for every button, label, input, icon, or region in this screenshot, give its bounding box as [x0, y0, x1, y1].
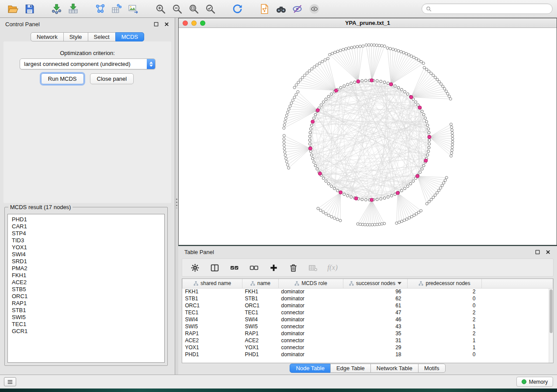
- cell-mcds-role[interactable]: dominator: [279, 330, 343, 337]
- cell-successor-nodes[interactable]: 46: [343, 316, 408, 323]
- cell-predecessor-nodes[interactable]: 0: [408, 351, 482, 358]
- mcds-result-list[interactable]: PHD1CAR1STP4TID3YOX1SWI4SRD1PMA2FKH1ACE2…: [7, 214, 165, 363]
- zoom-out-button[interactable]: [169, 2, 185, 16]
- export-network-button[interactable]: [256, 2, 273, 16]
- close-panel-button[interactable]: Close panel: [90, 73, 134, 84]
- cell-mcds-role[interactable]: connector: [279, 309, 343, 316]
- cell-name[interactable]: ORC1: [242, 302, 279, 309]
- zoom-selected-button[interactable]: [202, 2, 218, 16]
- tab-select[interactable]: Select: [88, 32, 116, 41]
- close-panel-icon[interactable]: [164, 21, 170, 27]
- search-box[interactable]: [422, 3, 553, 14]
- tab-style[interactable]: Style: [63, 32, 88, 41]
- settings-button[interactable]: [189, 262, 201, 273]
- result-node-item[interactable]: ORC1: [12, 293, 160, 300]
- table-scrollbar[interactable]: [549, 289, 553, 363]
- import-table-button[interactable]: [65, 2, 81, 16]
- cell-shared-name[interactable]: FKH1: [183, 288, 242, 295]
- find-button[interactable]: [273, 2, 289, 16]
- new-network-button[interactable]: [92, 2, 108, 16]
- cell-predecessor-nodes[interactable]: 2: [408, 288, 482, 295]
- table-row[interactable]: YOX1YOX1connector291: [183, 344, 553, 351]
- table-row[interactable]: RAP1RAP1dominator352: [183, 330, 553, 337]
- cell-mcds-role[interactable]: dominator: [279, 302, 343, 309]
- cell-name[interactable]: SWI4: [242, 316, 279, 323]
- cell-shared-name[interactable]: ORC1: [183, 302, 242, 309]
- cell-mcds-role[interactable]: dominator: [279, 316, 343, 323]
- float-panel-icon[interactable]: [153, 21, 159, 27]
- table-tab-edge-table[interactable]: Edge Table: [330, 364, 371, 373]
- cell-shared-name[interactable]: SWI4: [183, 316, 242, 323]
- cell-shared-name[interactable]: PHD1: [183, 351, 242, 358]
- result-node-item[interactable]: TID3: [12, 237, 160, 244]
- new-table-button[interactable]: [108, 2, 125, 16]
- result-node-item[interactable]: STB5: [12, 286, 160, 293]
- cell-predecessor-nodes[interactable]: 2: [408, 316, 482, 323]
- cell-name[interactable]: STB1: [242, 295, 279, 302]
- save-session-button[interactable]: [21, 2, 38, 16]
- cell-mcds-role[interactable]: connector: [279, 337, 343, 344]
- cell-name[interactable]: TEC1: [242, 309, 279, 316]
- cell-name[interactable]: FKH1: [242, 288, 279, 295]
- column-header-successor-nodes[interactable]: successor nodes: [343, 279, 408, 288]
- deselect-all-button[interactable]: [248, 262, 259, 273]
- result-node-item[interactable]: GCR1: [12, 328, 160, 335]
- cell-successor-nodes[interactable]: 31: [343, 337, 408, 344]
- cell-predecessor-nodes[interactable]: 1: [408, 344, 482, 351]
- tab-network[interactable]: Network: [31, 32, 64, 41]
- float-table-panel-icon[interactable]: [535, 249, 540, 255]
- table-row[interactable]: PHD1PHD1dominator180: [183, 351, 553, 358]
- optimization-dropdown[interactable]: largest connected component (undirected): [20, 58, 156, 69]
- result-node-item[interactable]: CAR1: [12, 223, 160, 230]
- cell-name[interactable]: YOX1: [242, 344, 279, 351]
- import-network-button[interactable]: [48, 2, 65, 16]
- table-tab-node-table[interactable]: Node Table: [290, 364, 331, 373]
- cell-successor-nodes[interactable]: 47: [343, 309, 408, 316]
- tab-mcds[interactable]: MCDS: [115, 32, 144, 41]
- cell-predecessor-nodes[interactable]: 2: [408, 330, 482, 337]
- delete-row-button[interactable]: [287, 262, 299, 273]
- result-node-item[interactable]: PMA2: [12, 265, 160, 272]
- table-row[interactable]: SWI4SWI4dominator462: [183, 316, 553, 323]
- columns-button[interactable]: [209, 262, 220, 273]
- cell-predecessor-nodes[interactable]: 0: [408, 302, 482, 309]
- cell-mcds-role[interactable]: dominator: [279, 288, 343, 295]
- cell-mcds-role[interactable]: dominator: [279, 351, 343, 358]
- result-node-item[interactable]: SWI4: [12, 251, 160, 258]
- column-header-name[interactable]: name: [242, 279, 279, 288]
- cell-shared-name[interactable]: STB1: [183, 295, 242, 302]
- cell-predecessor-nodes[interactable]: 1: [408, 323, 482, 330]
- cell-successor-nodes[interactable]: 29: [343, 344, 408, 351]
- close-window-button[interactable]: [183, 21, 188, 26]
- result-node-item[interactable]: TEC1: [12, 321, 160, 328]
- memory-button[interactable]: Memory: [516, 377, 553, 387]
- network-canvas[interactable]: [179, 28, 557, 245]
- cell-mcds-role[interactable]: dominator: [279, 295, 343, 302]
- table-scrollbar-thumb[interactable]: [550, 289, 553, 333]
- zoom-in-button[interactable]: [152, 2, 169, 16]
- result-node-item[interactable]: FKH1: [12, 272, 160, 279]
- table-row[interactable]: TEC1TEC1connector472: [183, 309, 553, 316]
- table-tab-network-table[interactable]: Network Table: [370, 364, 419, 373]
- zoom-window-button[interactable]: [200, 21, 205, 26]
- cell-predecessor-nodes[interactable]: 2: [408, 309, 482, 316]
- cell-shared-name[interactable]: RAP1: [183, 330, 242, 337]
- cell-predecessor-nodes[interactable]: 0: [408, 295, 482, 302]
- refresh-layout-button[interactable]: [229, 2, 246, 16]
- result-node-item[interactable]: SWI5: [12, 314, 160, 321]
- cell-name[interactable]: ACE2: [242, 337, 279, 344]
- cell-shared-name[interactable]: TEC1: [183, 309, 242, 316]
- column-header-mcds-role[interactable]: MCDS role: [279, 279, 343, 288]
- result-node-item[interactable]: STP4: [12, 230, 160, 237]
- cell-successor-nodes[interactable]: 61: [343, 302, 408, 309]
- column-header-predecessor-nodes[interactable]: predecessor nodes: [408, 279, 482, 288]
- cell-successor-nodes[interactable]: 96: [343, 288, 408, 295]
- search-input[interactable]: [434, 6, 548, 12]
- close-table-panel-icon[interactable]: [545, 249, 551, 255]
- table-row[interactable]: FKH1FKH1dominator962: [183, 288, 553, 295]
- cell-shared-name[interactable]: ACE2: [183, 337, 242, 344]
- table-row[interactable]: ORC1ORC1dominator610: [183, 302, 553, 309]
- add-row-button[interactable]: [268, 262, 279, 273]
- export-image-button[interactable]: [125, 2, 142, 16]
- result-node-item[interactable]: RAP1: [12, 300, 160, 307]
